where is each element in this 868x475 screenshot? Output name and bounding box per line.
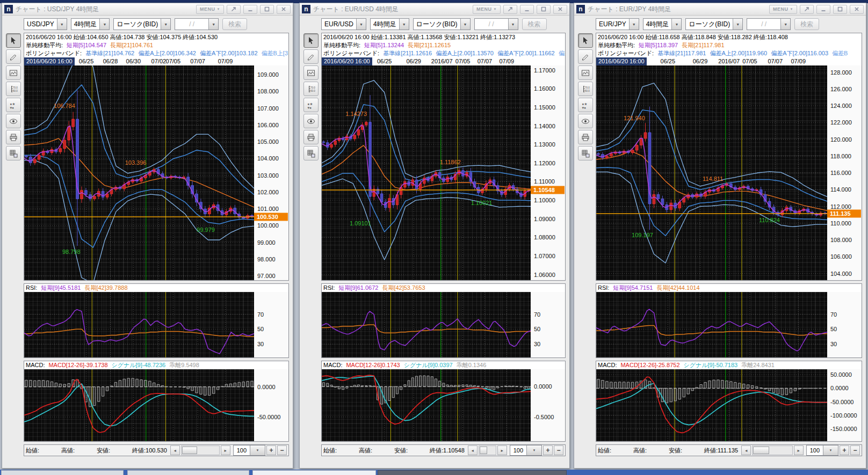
- close-button[interactable]: [277, 5, 291, 14]
- price-type-select[interactable]: ローソク(BID) ▼: [685, 18, 743, 30]
- scroll-right-button[interactable]: ►: [794, 445, 804, 455]
- zoom-in-button[interactable]: +: [543, 445, 553, 455]
- rsi-plot[interactable]: [322, 292, 531, 357]
- scroll-left-button[interactable]: ◄: [468, 445, 478, 455]
- bar-count-select[interactable]: 100 ▼: [510, 445, 542, 456]
- y-axis-label: 124.000: [830, 103, 852, 109]
- eye-icon: [307, 117, 315, 126]
- indicator-settings-button[interactable]: [303, 65, 319, 80]
- menu-button[interactable]: MENU ▼: [769, 5, 797, 14]
- visibility-button[interactable]: [578, 114, 593, 128]
- draw-tool-button[interactable]: [6, 49, 21, 64]
- chart-toolbar: EUR/JPY ▼ 4時間足 ▼ ローソク(BID) ▼ / / ▼ 検索: [596, 18, 862, 30]
- macd-plot[interactable]: [322, 369, 531, 441]
- scroll-right-button[interactable]: ►: [497, 445, 507, 455]
- zoom-in-button[interactable]: +: [266, 445, 276, 455]
- save-chart-button[interactable]: [578, 146, 593, 160]
- print-button[interactable]: [6, 130, 21, 144]
- scroll-track[interactable]: [479, 445, 496, 455]
- cursor-tool-button[interactable]: [578, 33, 593, 48]
- zoom-out-button[interactable]: −: [554, 445, 563, 455]
- price-type-select[interactable]: ローソク(BID) ▼: [413, 18, 471, 30]
- scroll-left-button[interactable]: ◄: [741, 445, 751, 455]
- window-titlebar[interactable]: n チャート : EUR/USD 4時間足 MENU ▼: [300, 3, 569, 16]
- main-chart-plot[interactable]: 1.142731.118621.091011.10021: [322, 65, 531, 280]
- minimize-button[interactable]: [243, 5, 257, 14]
- popout-button[interactable]: [503, 5, 517, 14]
- scroll-track[interactable]: [181, 445, 220, 455]
- search-button[interactable]: 検索: [794, 18, 819, 30]
- date-input[interactable]: / / ▼: [175, 18, 219, 30]
- macd-plot[interactable]: [24, 369, 254, 441]
- pair-select[interactable]: EUR/JPY ▼: [596, 18, 639, 30]
- save-chart-button[interactable]: [303, 146, 319, 160]
- cursor-tool-button[interactable]: [6, 33, 21, 48]
- scroll-left-button[interactable]: ◄: [170, 445, 180, 455]
- print-button[interactable]: [303, 130, 319, 144]
- taskbar-button[interactable]: [127, 470, 249, 475]
- menu-button[interactable]: MENU ▼: [473, 5, 501, 14]
- scroll-track[interactable]: [752, 445, 792, 455]
- timeframe-select[interactable]: 4時間足 ▼: [71, 18, 110, 30]
- minimize-button[interactable]: [520, 5, 534, 14]
- marker-tool-button[interactable]: ●★♥●: [303, 98, 319, 112]
- x-axis-tick: 06/25: [79, 57, 94, 65]
- minimize-button[interactable]: [816, 5, 830, 14]
- app-logo-icon: n: [4, 5, 13, 13]
- maximize-button[interactable]: [833, 5, 847, 14]
- axis-scale-button[interactable]: 70.060.0: [303, 82, 319, 96]
- search-button[interactable]: 検索: [222, 18, 247, 30]
- close-button[interactable]: [850, 5, 864, 14]
- main-chart-plot[interactable]: 121.940114.811109.197110.824: [596, 65, 827, 280]
- bar-count-select[interactable]: 100 ▼: [233, 445, 265, 456]
- draw-tool-button[interactable]: [578, 49, 593, 64]
- indicator-settings-button[interactable]: [6, 65, 21, 80]
- window-titlebar[interactable]: n チャート : USD/JPY 4時間足 MENU ▼: [2, 3, 293, 16]
- current-price-badge: 100.530: [254, 213, 288, 221]
- timeframe-select[interactable]: 4時間足 ▼: [370, 18, 409, 30]
- bar-count-value: 100: [510, 447, 526, 454]
- pair-select[interactable]: EUR/USD ▼: [321, 18, 366, 30]
- marker-tool-button[interactable]: ●★♥●: [578, 98, 593, 112]
- rsi-plot[interactable]: [596, 292, 827, 357]
- print-button[interactable]: [578, 130, 593, 144]
- axis-scale-button[interactable]: 70.060.0: [6, 82, 21, 96]
- pencil-icon: [9, 53, 18, 61]
- maximize-button[interactable]: [537, 5, 551, 14]
- axis-scale-button[interactable]: 70.060.0: [578, 82, 593, 96]
- window-titlebar[interactable]: n チャート : EUR/JPY 4時間足 MENU ▼: [574, 3, 866, 16]
- bar-count-select[interactable]: 100 ▼: [806, 445, 838, 456]
- cursor-tool-button[interactable]: [303, 33, 319, 48]
- close-button[interactable]: [553, 5, 567, 14]
- search-button[interactable]: 検索: [522, 18, 547, 30]
- rsi-plot[interactable]: [24, 292, 254, 357]
- scroll-thumb[interactable]: [182, 447, 198, 454]
- caret-down-icon: ▼: [790, 8, 793, 11]
- price-type-select[interactable]: ローソク(BID) ▼: [113, 18, 171, 30]
- macd-plot[interactable]: [596, 369, 827, 441]
- visibility-button[interactable]: [6, 114, 21, 128]
- taskbar-button[interactable]: [378, 470, 567, 475]
- popout-button[interactable]: [800, 5, 814, 14]
- taskbar-button[interactable]: [252, 470, 376, 475]
- taskbar-button[interactable]: [1, 470, 124, 475]
- save-chart-button[interactable]: [6, 146, 21, 160]
- zoom-in-button[interactable]: +: [840, 445, 849, 455]
- zoom-out-button[interactable]: −: [277, 445, 287, 455]
- date-input[interactable]: / / ▼: [747, 18, 791, 30]
- zoom-out-button[interactable]: −: [850, 445, 860, 455]
- popout-button[interactable]: [227, 5, 241, 14]
- indicator-settings-button[interactable]: [578, 65, 593, 80]
- scroll-thumb[interactable]: [753, 447, 769, 454]
- maximize-button[interactable]: [260, 5, 274, 14]
- scroll-right-button[interactable]: ►: [221, 445, 230, 455]
- menu-button[interactable]: MENU ▼: [196, 5, 224, 14]
- timeframe-select[interactable]: 4時間足 ▼: [643, 18, 682, 30]
- marker-tool-button[interactable]: ●★♥●: [6, 98, 21, 112]
- main-chart-plot[interactable]: 106.784103.39698.79899.979: [24, 65, 254, 280]
- scroll-thumb[interactable]: [480, 447, 487, 454]
- visibility-button[interactable]: [303, 114, 319, 128]
- draw-tool-button[interactable]: [303, 49, 319, 64]
- date-input[interactable]: / / ▼: [474, 18, 518, 30]
- pair-select[interactable]: USD/JPY ▼: [24, 18, 67, 30]
